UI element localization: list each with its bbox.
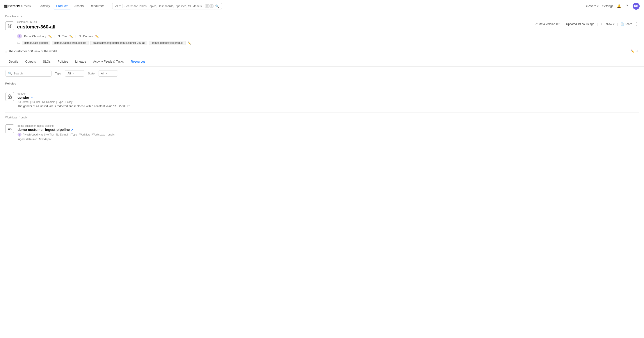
workflow-description: Ingest data into Raw depot: [18, 138, 639, 141]
state-filter-value: All: [101, 72, 104, 75]
search-shortcut: ⌘ K: [205, 4, 214, 8]
workflow-owner-avatar: [18, 133, 22, 137]
tab-details[interactable]: Details: [5, 57, 22, 66]
tab-activity-feeds[interactable]: Activity Feeds & Tasks: [90, 57, 127, 66]
tags-edit-icon[interactable]: ✏️: [188, 41, 191, 45]
product-title: customer-360-all: [17, 24, 534, 30]
desc-expand-icon[interactable]: ⤢: [636, 49, 639, 53]
nav-right: Govern ▾ Settings 🔔 ? KC: [586, 3, 640, 10]
workflow-breadcrumb-part1: Workflows: [5, 116, 17, 119]
workflow-icon: [5, 124, 14, 133]
filter-search-icon: 🔍: [8, 72, 12, 75]
follow-button[interactable]: ☆ Follow 2: [600, 22, 615, 26]
global-search-bar[interactable]: All ▾ ⌘ K 🔍: [112, 3, 222, 9]
meta-version: ⎇ Meta Version 0.2: [534, 22, 560, 26]
nav-activity[interactable]: Activity: [38, 3, 52, 9]
tab-policies[interactable]: Policies: [54, 57, 72, 66]
tab-outputs[interactable]: Outputs: [22, 57, 40, 66]
product-sub-label: customer-360-all: [17, 20, 534, 24]
brand-icon: [4, 4, 8, 8]
policy-title-text: gender: [18, 96, 29, 100]
desc-edit-icon[interactable]: ✏️: [631, 49, 634, 53]
resource-item-gender: gender gender ↗ No Owner | No Tier | No …: [0, 88, 644, 112]
nav-products[interactable]: Products: [54, 3, 71, 9]
follow-label: Follow: [604, 22, 612, 26]
search-icon: 🔍: [215, 4, 219, 8]
workflow-info: demo-customer-ingest-pipeline demo-custo…: [18, 124, 639, 141]
search-type-chevron: ▾: [119, 4, 121, 8]
tab-lineage[interactable]: Lineage: [72, 57, 90, 66]
policy-external-link-icon[interactable]: ↗: [30, 96, 33, 99]
type-filter-chevron-icon: ▾: [72, 72, 74, 75]
shortcut-k: K: [210, 4, 214, 8]
follow-count: 2: [613, 22, 614, 26]
meta-actions: ⎇ Meta Version 0.2 | Updated 19 hours ag…: [534, 21, 639, 26]
policy-description: The gender of all individuals is redacte…: [18, 104, 639, 108]
nav-assets[interactable]: Assets: [72, 3, 86, 9]
user-avatar[interactable]: KC: [632, 3, 640, 10]
workflow-title: demo-customer-ingest-pipeline ↗: [18, 128, 639, 132]
resource-search[interactable]: 🔍: [5, 70, 52, 77]
tier-edit-icon[interactable]: ✏️: [69, 35, 73, 38]
settings-link[interactable]: Settings: [602, 4, 613, 8]
tag-0[interactable]: dataos.data-product: [22, 41, 50, 45]
owner-row: Kunal Choudhary ✏️ | No Tier ✏️ | No Dom…: [0, 33, 644, 40]
description-row: ≡ the customer 360 view of the world ✏️ …: [0, 48, 644, 55]
description-actions: ✏️ ⤢: [631, 49, 639, 53]
avatar-initials: KC: [634, 4, 638, 8]
policy-title: gender ↗: [18, 96, 639, 100]
tab-resources[interactable]: Resources: [127, 57, 149, 66]
govern-chevron-icon: ▾: [597, 4, 599, 8]
product-icon: [5, 21, 14, 30]
meta-updated: Updated 19 hours ago: [566, 22, 594, 26]
policy-meta: No Owner | No Tier | No Domain | Type - …: [18, 101, 639, 104]
notifications-icon[interactable]: 🔔: [617, 4, 621, 8]
govern-button[interactable]: Govern ▾: [586, 4, 599, 8]
tag-2[interactable]: dataos.dataos:product:data:customer-360-…: [90, 41, 147, 45]
nav-links: Activity Products Assets Resources: [38, 3, 107, 9]
type-filter-select[interactable]: All ▾: [65, 70, 84, 77]
resource-search-input[interactable]: [14, 72, 49, 75]
learn-button[interactable]: 📄 Learn: [620, 22, 632, 26]
owner-avatar: [17, 34, 22, 38]
global-search-input[interactable]: [124, 4, 204, 8]
search-type-selector[interactable]: All ▾: [115, 4, 122, 8]
state-filter-select[interactable]: All ▾: [98, 70, 118, 77]
state-filter-label: State: [88, 72, 94, 75]
type-filter-label: Type: [55, 72, 61, 75]
search-type-label: All: [115, 4, 118, 8]
tier-value: No Tier: [58, 35, 67, 38]
brand-logo[interactable]: DataOS® metis: [4, 4, 31, 8]
top-navigation: DataOS® metis Activity Products Assets R…: [0, 0, 644, 12]
policy-info: gender gender ↗ No Owner | No Tier | No …: [18, 92, 639, 108]
tags-icon: 🏷: [17, 41, 20, 45]
tag-3[interactable]: dataos.dataos:type:product: [149, 41, 186, 45]
workflow-breadcrumb-sep: /: [19, 116, 19, 119]
tab-slos[interactable]: SLOs: [40, 57, 54, 66]
meta-sep-2: |: [597, 22, 598, 26]
brand-sub: metis: [24, 4, 31, 8]
learn-label: Learn: [625, 22, 632, 26]
more-options-button[interactable]: ⋮: [635, 21, 639, 26]
breadcrumb: Data Products: [0, 12, 644, 19]
domain-edit-icon[interactable]: ✏️: [95, 35, 99, 38]
svg-point-2: [10, 97, 10, 98]
tags-row: 🏷 dataos.data-product dataos.dataos:prod…: [0, 40, 644, 48]
meta-version-value: 0.2: [556, 22, 560, 26]
workflow-external-link-icon[interactable]: ↗: [71, 128, 73, 131]
svg-point-0: [19, 35, 20, 36]
resource-item-workflow: demo-customer-ingest-pipeline demo-custo…: [0, 120, 644, 145]
owner-edit-icon[interactable]: ✏️: [48, 35, 52, 38]
shortcut-cmd: ⌘: [205, 4, 210, 8]
help-icon[interactable]: ?: [625, 4, 629, 8]
state-filter-chevron-icon: ▾: [106, 72, 107, 75]
meta-sep-3: |: [617, 22, 618, 26]
tabs: Details Outputs SLOs Policies Lineage Ac…: [0, 57, 644, 67]
meta-version-label: Meta Version: [538, 22, 555, 26]
description-text: the customer 360 view of the world: [9, 49, 628, 53]
filters-row: 🔍 Type All ▾ State All ▾: [0, 67, 644, 80]
type-filter-value: All: [68, 72, 70, 75]
tag-1[interactable]: dataos.dataos:product:data: [52, 41, 88, 45]
nav-resources[interactable]: Resources: [87, 3, 107, 9]
workflow-sub-label: demo-customer-ingest-pipeline: [18, 124, 639, 127]
